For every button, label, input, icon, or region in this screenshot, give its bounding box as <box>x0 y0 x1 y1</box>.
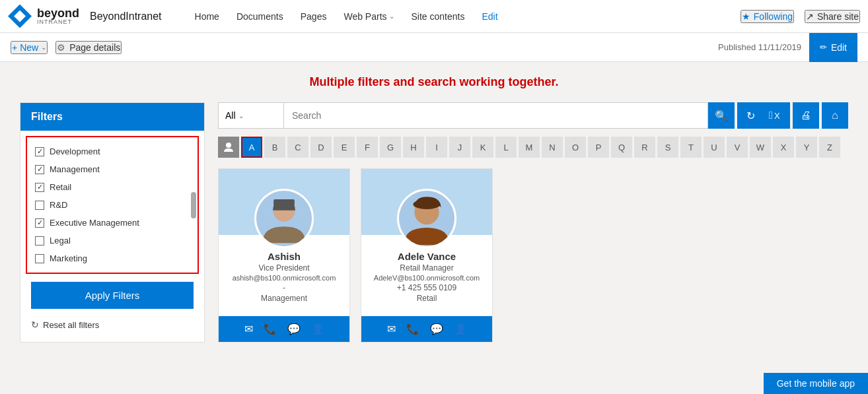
card-chat-btn-adele[interactable]: 💬 <box>427 321 446 337</box>
search-dropdown[interactable]: All ⌄ <box>218 102 284 129</box>
nav-pages[interactable]: Pages <box>294 9 334 24</box>
nav-edit[interactable]: Edit <box>475 9 504 24</box>
filter-checkbox-development[interactable]: ✓ <box>35 147 44 156</box>
published-status: Published 11/11/2019 <box>718 42 801 52</box>
card-phone-btn-ashish[interactable]: 📞 <box>261 321 279 337</box>
card-chat-btn-ashish[interactable]: 💬 <box>285 321 303 337</box>
alpha-btn-E[interactable]: E <box>334 137 355 158</box>
filter-checkbox-executive[interactable]: ✓ <box>35 218 44 228</box>
filter-item-legal[interactable]: Legal <box>27 232 198 249</box>
page-details-button[interactable]: ⚙ Page details <box>55 41 122 54</box>
alpha-person-btn[interactable] <box>218 137 239 158</box>
card-profile-btn-ashish[interactable]: 👤 <box>308 321 327 337</box>
alpha-btn-Z[interactable]: Z <box>819 137 840 158</box>
filter-item-rd[interactable]: R&D <box>27 196 198 214</box>
print-icon: 🖨 <box>801 110 811 121</box>
alpha-btn-P[interactable]: P <box>588 137 609 158</box>
home-icon: ⌂ <box>832 110 838 121</box>
alpha-btn-O[interactable]: O <box>565 137 586 158</box>
card-email-adele: AdeleV@bs100.onmicrosoft.com <box>369 274 484 282</box>
filter-item-executive[interactable]: ✓ Executive Management <box>27 214 198 232</box>
filters-panel: Filters ✓ Development ✓ Management ✓ Ret… <box>20 102 205 343</box>
logo-area[interactable]: beyond INTRANET BeyondIntranet <box>8 5 162 28</box>
refresh-button[interactable]: ↻ <box>737 102 764 129</box>
search-button[interactable]: 🔍 <box>708 102 735 129</box>
search-icon: 🔍 <box>715 110 728 122</box>
webparts-chevron-icon: ⌄ <box>389 13 394 20</box>
alpha-btn-H[interactable]: H <box>403 137 424 158</box>
edit-button[interactable]: ✏ Edit <box>809 33 857 62</box>
filter-label-development: Development <box>50 147 100 156</box>
new-button[interactable]: + New ⌄ <box>11 41 48 54</box>
alpha-btn-Q[interactable]: Q <box>611 137 632 158</box>
search-input[interactable] <box>284 105 707 126</box>
nav-site-contents[interactable]: Site contents <box>405 9 472 24</box>
filter-item-marketing[interactable]: Marketing <box>27 249 198 267</box>
alpha-btn-S[interactable]: S <box>657 137 678 158</box>
filter-checkbox-rd[interactable] <box>35 201 44 210</box>
alpha-btn-K[interactable]: K <box>472 137 493 158</box>
pencil-icon: ✏ <box>820 42 827 52</box>
card-phone-btn-adele[interactable]: 📞 <box>404 321 422 337</box>
card-dept-ashish: Management <box>227 294 342 303</box>
avatar-adele <box>397 189 456 248</box>
alpha-btn-D[interactable]: D <box>310 137 332 158</box>
filter-item-retail[interactable]: ✓ Retail <box>27 178 198 196</box>
alpha-btn-J[interactable]: J <box>449 137 470 158</box>
search-input-wrap <box>284 102 708 129</box>
filter-checkbox-marketing[interactable] <box>35 254 44 263</box>
card-email-btn-ashish[interactable]: ✉ <box>242 321 256 337</box>
following-button[interactable]: ★ Following <box>741 10 794 23</box>
nav-home[interactable]: Home <box>188 9 226 24</box>
alpha-btn-X[interactable]: X <box>773 137 794 158</box>
alpha-btn-R[interactable]: R <box>634 137 655 158</box>
alpha-btn-C[interactable]: C <box>287 137 308 158</box>
search-bar: All ⌄ 🔍 ↻  X 🖨 <box>218 102 848 129</box>
share-button[interactable]: ↗ Share site <box>805 10 860 23</box>
apply-filters-button[interactable]: Apply Filters <box>31 282 194 309</box>
nav-links: Home Documents Pages Web Parts ⌄ Site co… <box>188 9 505 24</box>
alpha-btn-W[interactable]: W <box>750 137 771 158</box>
right-panel: All ⌄ 🔍 ↻  X 🖨 <box>218 102 848 343</box>
excel-export-button[interactable]:  X <box>764 102 790 129</box>
card-top-ashish <box>219 169 349 235</box>
page-heading: Multiple filters and search working toge… <box>20 75 848 89</box>
alpha-btn-T[interactable]: T <box>680 137 702 158</box>
alpha-btn-G[interactable]: G <box>380 137 401 158</box>
filter-label-marketing: Marketing <box>50 253 87 263</box>
alpha-btn-L[interactable]: L <box>495 137 517 158</box>
alpha-btn-V[interactable]: V <box>727 137 748 158</box>
alpha-btn-F[interactable]: F <box>357 137 378 158</box>
share-icon: ↗ <box>806 11 814 22</box>
print-button[interactable]: 🖨 <box>793 102 819 129</box>
reset-filters-button[interactable]: ↻ Reset all filters <box>20 317 110 338</box>
card-actions-adele: ✉ 📞 💬 👤 <box>361 316 492 342</box>
card-phone-adele: +1 425 555 0109 <box>369 283 484 292</box>
nav-documents[interactable]: Documents <box>230 9 290 24</box>
card-phone-ashish: - <box>227 283 342 292</box>
card-profile-btn-adele[interactable]: 👤 <box>451 321 470 337</box>
alpha-btn-U[interactable]: U <box>704 137 725 158</box>
filter-item-management[interactable]: ✓ Management <box>27 160 198 178</box>
svg-point-8 <box>413 199 440 209</box>
alpha-btn-B[interactable]: B <box>264 137 285 158</box>
toolbar-right: Published 11/11/2019 ✏ Edit <box>718 33 857 62</box>
alpha-btn-M[interactable]: M <box>519 137 540 158</box>
toolbar: + New ⌄ ⚙ Page details Published 11/11/2… <box>0 33 868 62</box>
alpha-btn-I[interactable]: I <box>426 137 447 158</box>
filter-checkbox-legal[interactable] <box>35 236 44 246</box>
card-email-btn-adele[interactable]: ✉ <box>384 321 398 337</box>
alpha-btn-Y[interactable]: Y <box>796 137 817 158</box>
nav-webparts[interactable]: Web Parts ⌄ <box>337 9 400 24</box>
scroll-indicator[interactable] <box>191 192 196 218</box>
home-button[interactable]: ⌂ <box>822 102 848 129</box>
filter-checkbox-retail[interactable]: ✓ <box>35 183 44 192</box>
content-layout: Filters ✓ Development ✓ Management ✓ Ret… <box>20 102 848 343</box>
alpha-btn-N[interactable]: N <box>542 137 563 158</box>
refresh-icon: ↻ <box>746 110 755 122</box>
card-email-ashish: ashish@bs100.onmicrosoft.com <box>227 274 342 282</box>
top-navigation: beyond INTRANET BeyondIntranet Home Docu… <box>0 0 868 33</box>
alpha-btn-A[interactable]: A <box>241 137 262 158</box>
filter-checkbox-management[interactable]: ✓ <box>35 165 44 174</box>
filter-item-development[interactable]: ✓ Development <box>27 143 198 160</box>
